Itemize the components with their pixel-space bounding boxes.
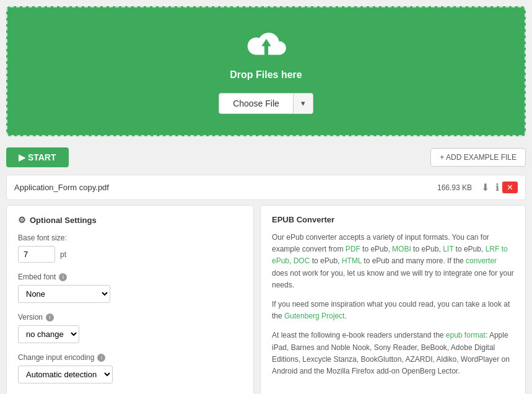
file-remove-button[interactable]: ✕	[502, 182, 518, 193]
info-panel: EPUB Converter Our ePub converter accept…	[260, 205, 526, 394]
upload-cloud-icon	[245, 29, 288, 63]
file-size: 166.93 KB	[437, 183, 472, 192]
add-example-button[interactable]: + ADD EXAMPLE FILE	[430, 148, 526, 167]
lit-link[interactable]: LIT	[443, 245, 453, 253]
embed-font-info-icon[interactable]: i	[59, 273, 67, 281]
base-font-label: Base font size:	[18, 234, 242, 242]
doc-link[interactable]: DOC	[294, 256, 310, 265]
embed-font-label: Embed font i	[18, 273, 242, 281]
encoding-select[interactable]: Automatic detection UTF-8 ISO-8859-1	[18, 366, 113, 383]
version-group: Version i no change ePub 2 ePub 3	[18, 313, 242, 343]
file-download-button[interactable]: ⬇	[478, 180, 492, 195]
file-info-button[interactable]: ℹ	[492, 180, 502, 195]
file-name: Application_Form copy.pdf	[14, 183, 437, 192]
content-area: ⚙ Optional Settings Base font size: pt E…	[6, 205, 526, 394]
choose-file-label: Choose File	[219, 94, 294, 113]
epub-format-link[interactable]: epub format	[446, 331, 486, 339]
embed-font-select[interactable]: None Arial Times New Roman	[18, 285, 110, 303]
drop-text: Drop Files here	[230, 69, 302, 81]
action-bar: ▶ START + ADD EXAMPLE FILE	[0, 142, 532, 172]
mobi-link[interactable]: MOBI	[392, 245, 411, 253]
start-button[interactable]: ▶ START	[6, 147, 69, 167]
version-select[interactable]: no change ePub 2 ePub 3	[18, 325, 79, 343]
gutenberg-link[interactable]: Gutenberg Project	[284, 312, 344, 320]
base-font-group: Base font size: pt	[18, 234, 242, 263]
settings-panel: ⚙ Optional Settings Base font size: pt E…	[6, 205, 254, 394]
encoding-label: Change input encoding i	[18, 353, 242, 362]
info-paragraph-2: If you need some inspiration what you co…	[272, 299, 514, 322]
info-paragraph-3: At least the following e-book readers un…	[272, 330, 514, 377]
base-font-input[interactable]	[18, 246, 55, 263]
gear-icon: ⚙	[18, 215, 26, 225]
embed-font-group: Embed font i None Arial Times New Roman	[18, 273, 242, 303]
pdf-link[interactable]: PDF	[346, 245, 360, 253]
info-title: EPUB Converter	[272, 215, 514, 224]
base-font-unit: pt	[60, 250, 66, 259]
encoding-group: Change input encoding i Automatic detect…	[18, 353, 242, 383]
file-row: Application_Form copy.pdf 166.93 KB ⬇ ℹ …	[6, 175, 526, 200]
info-paragraph-1: Our ePub converter accepts a variety of …	[272, 232, 514, 291]
drop-zone[interactable]: Drop Files here Choose File ▾	[6, 6, 526, 136]
version-label: Version i	[18, 313, 242, 322]
encoding-info-icon[interactable]: i	[97, 354, 105, 362]
html-link[interactable]: HTML	[342, 256, 362, 265]
choose-file-button[interactable]: Choose File ▾	[219, 93, 313, 114]
settings-title: ⚙ Optional Settings	[18, 215, 242, 225]
version-info-icon[interactable]: i	[46, 313, 54, 322]
choose-file-dropdown-icon[interactable]: ▾	[294, 94, 313, 113]
converter-link[interactable]: converter	[466, 256, 497, 265]
